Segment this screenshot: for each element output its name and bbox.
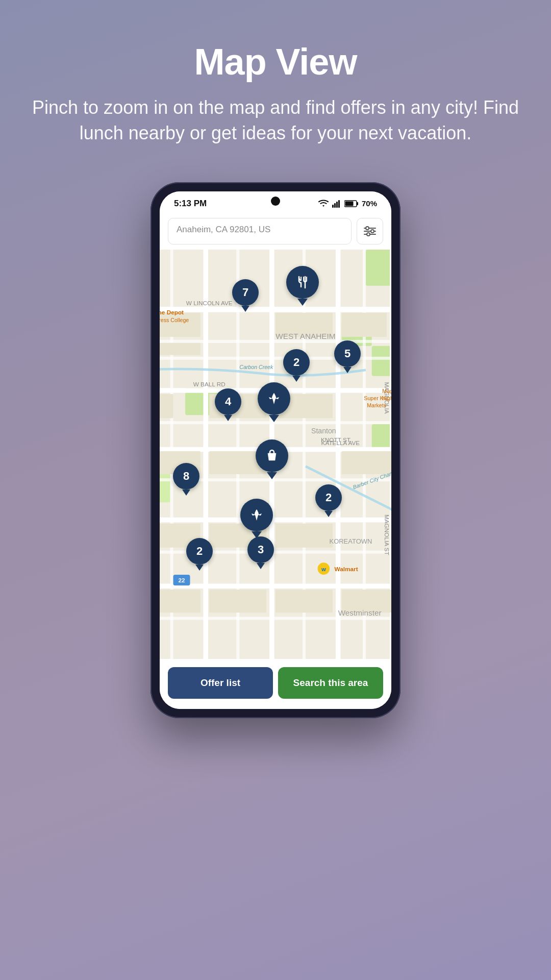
- map-pin-food[interactable]: [286, 266, 319, 306]
- svg-rect-2: [336, 202, 338, 208]
- phone-screen: 5:13 PM: [160, 191, 391, 709]
- status-time: 5:13 PM: [174, 199, 207, 209]
- svg-rect-54: [276, 590, 333, 612]
- svg-text:W BALL RD: W BALL RD: [193, 381, 226, 387]
- pin-pointer-8: [182, 489, 190, 496]
- header-section: Map View Pinch to zoom in on the map and…: [0, 0, 551, 167]
- phone-frame: 5:13 PM: [151, 182, 400, 718]
- map-pin-7[interactable]: 7: [232, 279, 259, 312]
- svg-rect-31: [203, 250, 208, 659]
- pin-pointer-2b: [324, 511, 333, 517]
- svg-rect-48: [342, 451, 391, 474]
- svg-rect-1: [334, 203, 336, 208]
- svg-rect-16: [372, 346, 391, 376]
- page-title: Map View: [31, 41, 520, 83]
- svg-rect-6: [345, 201, 353, 206]
- svg-text:High...: High...: [382, 395, 391, 401]
- pin-bubble-2a: 2: [283, 349, 310, 376]
- pin-bubble-2b: 2: [315, 484, 342, 511]
- svg-text:Carbon Creek: Carbon Creek: [239, 363, 273, 370]
- svg-rect-52: [160, 590, 201, 612]
- svg-text:W: W: [321, 567, 326, 572]
- map-pin-8[interactable]: 8: [173, 463, 199, 496]
- map-pin-2b[interactable]: 2: [315, 484, 342, 517]
- offer-list-button[interactable]: Offer list: [168, 667, 273, 699]
- pin-bubble-7: 7: [232, 279, 259, 306]
- pin-bubble-2c: 2: [186, 538, 213, 565]
- svg-text:Markets: Markets: [367, 402, 386, 408]
- svg-rect-53: [209, 590, 266, 612]
- status-icons: 70%: [318, 199, 377, 208]
- signal-icon: [332, 200, 341, 208]
- svg-text:KOREATOWN: KOREATOWN: [330, 537, 372, 545]
- pin-food-pointer: [297, 299, 308, 306]
- svg-text:Westminster: Westminster: [338, 608, 382, 617]
- pin-pointer-4: [224, 415, 232, 421]
- bottom-buttons: Offer list Search this area: [160, 659, 391, 709]
- airplane2-icon: [249, 508, 264, 522]
- svg-text:W LINCOLN AVE: W LINCOLN AVE: [186, 299, 233, 306]
- airplane-icon: [267, 391, 281, 406]
- fork-knife-icon: [295, 275, 310, 290]
- svg-text:⊕ Cypress College: ⊕ Cypress College: [160, 316, 189, 323]
- map-pin-5[interactable]: 5: [334, 340, 361, 373]
- svg-rect-30: [160, 617, 391, 620]
- pin-bubble-4: 4: [215, 388, 241, 415]
- search-area-button[interactable]: Search this area: [278, 667, 383, 699]
- svg-rect-0: [332, 205, 334, 208]
- pin-icon-food: [286, 266, 319, 299]
- svg-text:KNOTT ST: KNOTT ST: [321, 436, 350, 443]
- location-search-input[interactable]: Anaheim, CA 92801, US: [168, 218, 352, 244]
- filter-icon: [363, 226, 377, 236]
- filter-button[interactable]: [357, 218, 383, 244]
- svg-point-11: [371, 230, 374, 233]
- map-pin-2c[interactable]: 2: [186, 538, 213, 571]
- pin-travel1-pointer: [269, 415, 279, 422]
- svg-rect-3: [338, 200, 340, 208]
- svg-text:Mag...: Mag...: [382, 387, 391, 394]
- map-area[interactable]: W LINCOLN AVE W BALL RD KATELLA AVE MAGN…: [160, 250, 391, 659]
- svg-point-12: [367, 233, 370, 236]
- pin-shop-pointer: [267, 472, 277, 479]
- map-pin-3[interactable]: 3: [247, 536, 274, 569]
- svg-rect-14: [366, 250, 391, 286]
- svg-rect-24: [160, 583, 391, 588]
- svg-rect-5: [357, 202, 358, 205]
- svg-rect-42: [342, 313, 387, 337]
- map-pin-shop[interactable]: [256, 439, 288, 479]
- camera-notch: [271, 197, 280, 206]
- pin-pointer-3: [257, 563, 265, 569]
- svg-rect-40: [160, 343, 201, 355]
- shopping-bag-icon: [265, 449, 279, 463]
- svg-text:MAGNOLIA ST: MAGNOLIA ST: [384, 514, 390, 555]
- battery-icon: [344, 200, 359, 208]
- pin-bubble-5: 5: [334, 340, 361, 367]
- pin-pointer-2a: [292, 376, 300, 382]
- pin-pointer-5: [343, 367, 352, 373]
- map-pin-2a[interactable]: 2: [283, 349, 310, 382]
- svg-rect-45: [160, 394, 173, 418]
- pin-pointer-2c: [195, 565, 204, 571]
- pin-icon-travel2: [240, 499, 273, 531]
- pin-pointer-7: [241, 306, 249, 312]
- map-pin-travel2[interactable]: [240, 499, 273, 538]
- battery-level: 70%: [362, 199, 377, 208]
- map-pin-4[interactable]: 4: [215, 388, 241, 421]
- svg-rect-20: [160, 307, 391, 312]
- svg-text:Walmart: Walmart: [335, 566, 358, 572]
- map-pin-travel1[interactable]: [258, 382, 290, 422]
- pin-bubble-8: 8: [173, 463, 199, 489]
- svg-point-10: [366, 227, 369, 230]
- svg-text:Home Depot: Home Depot: [160, 309, 184, 315]
- svg-text:22: 22: [178, 577, 185, 583]
- page-subtitle: Pinch to zoom in on the map and find off…: [31, 95, 520, 146]
- pin-bubble-3: 3: [247, 536, 274, 563]
- svg-rect-23: [160, 518, 391, 522]
- pin-icon-travel1: [258, 382, 290, 415]
- svg-text:Stanton: Stanton: [311, 427, 336, 435]
- wifi-icon: [318, 200, 329, 208]
- search-bar-container: Anaheim, CA 92801, US: [160, 213, 391, 250]
- svg-rect-51: [276, 523, 333, 547]
- svg-text:WEST ANAHEIM: WEST ANAHEIM: [276, 331, 335, 340]
- svg-rect-33: [336, 250, 340, 659]
